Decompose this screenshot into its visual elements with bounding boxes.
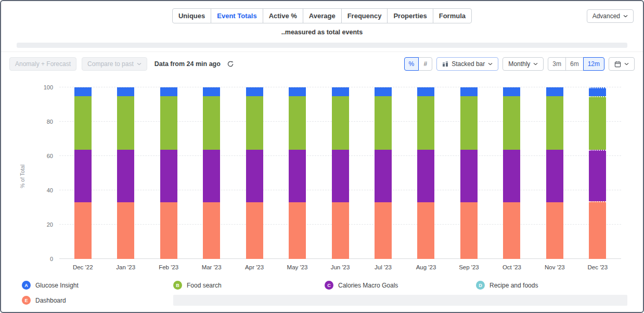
bar-segment-food-search[interactable] bbox=[160, 96, 177, 150]
bar-segment-glucose-insight[interactable] bbox=[74, 87, 92, 96]
anomaly-forecast-button[interactable]: Anomaly + Forecast bbox=[9, 57, 76, 71]
chart-type-dropdown[interactable]: Stacked bar bbox=[436, 57, 498, 71]
compare-to-past-button[interactable]: Compare to past bbox=[82, 57, 147, 71]
bar-segment-glucose-insight[interactable] bbox=[117, 87, 134, 96]
bar-segment-dashboard[interactable] bbox=[589, 201, 606, 259]
bar-segment-glucose-insight[interactable] bbox=[289, 87, 306, 96]
bar-aug-23[interactable] bbox=[417, 87, 434, 259]
bar-segment-food-search[interactable] bbox=[203, 96, 220, 150]
bar-mar-23[interactable] bbox=[203, 87, 220, 259]
bar-sep-23[interactable] bbox=[460, 87, 478, 259]
bar-segment-dashboard[interactable] bbox=[203, 202, 220, 259]
bar-segment-calories-macro-goals[interactable] bbox=[332, 150, 349, 202]
bar-segment-dashboard[interactable] bbox=[546, 202, 563, 259]
bar-segment-dashboard[interactable] bbox=[289, 202, 306, 259]
bar-segment-calories-macro-goals[interactable] bbox=[375, 150, 392, 202]
bar-segment-glucose-insight[interactable] bbox=[246, 87, 263, 96]
bar-segment-food-search[interactable] bbox=[546, 96, 563, 150]
bar-segment-glucose-insight[interactable] bbox=[417, 87, 434, 96]
bar-apr-23[interactable] bbox=[246, 87, 263, 259]
interval-dropdown[interactable]: Monthly bbox=[503, 57, 544, 71]
calendar-dropdown[interactable] bbox=[609, 57, 635, 71]
bar-segment-dashboard[interactable] bbox=[74, 202, 92, 259]
bar-oct-23[interactable] bbox=[503, 87, 520, 259]
bar-feb-23[interactable] bbox=[160, 87, 177, 259]
bar-may-23[interactable] bbox=[289, 87, 306, 259]
bar-segment-calories-macro-goals[interactable] bbox=[246, 150, 263, 202]
tab-frequency[interactable]: Frequency bbox=[341, 8, 388, 23]
header: UniquesEvent TotalsActive %AverageFreque… bbox=[1, 1, 643, 40]
bar-segment-glucose-insight[interactable] bbox=[375, 87, 392, 96]
bar-segment-glucose-insight[interactable] bbox=[160, 87, 177, 96]
tab-event-totals[interactable]: Event Totals bbox=[211, 8, 263, 23]
x-tick-label-mar-23: Mar '23 bbox=[190, 264, 233, 270]
tab-formula[interactable]: Formula bbox=[433, 8, 472, 23]
bar-dec-22[interactable] bbox=[74, 87, 92, 259]
percent-mode-button[interactable]: % bbox=[404, 57, 419, 71]
bar-segment-calories-macro-goals[interactable] bbox=[117, 150, 134, 202]
bar-nov-23[interactable] bbox=[546, 87, 563, 259]
bar-jan-23[interactable] bbox=[117, 87, 134, 259]
refresh-button[interactable] bbox=[226, 59, 235, 69]
legend-item-recipe-and-foods[interactable]: DRecipe and foods bbox=[476, 279, 627, 292]
bar-segment-dashboard[interactable] bbox=[503, 202, 520, 259]
tab-active[interactable]: Active % bbox=[263, 8, 303, 23]
bar-segment-dashboard[interactable] bbox=[417, 202, 434, 259]
bar-segment-calories-macro-goals[interactable] bbox=[203, 150, 220, 202]
bar-segment-calories-macro-goals[interactable] bbox=[546, 150, 563, 202]
bar-segment-calories-macro-goals[interactable] bbox=[160, 150, 177, 202]
bar-segment-glucose-insight[interactable] bbox=[503, 87, 520, 96]
bar-segment-food-search[interactable] bbox=[332, 96, 349, 150]
bar-segment-food-search[interactable] bbox=[503, 96, 520, 150]
interval-label: Monthly bbox=[508, 60, 530, 68]
bar-segment-calories-macro-goals[interactable] bbox=[589, 150, 606, 201]
bar-segment-calories-macro-goals[interactable] bbox=[417, 150, 434, 202]
chart-toolbar: Anomaly + Forecast Compare to past Data … bbox=[1, 52, 643, 75]
bar-segment-food-search[interactable] bbox=[417, 96, 434, 150]
legend-item-calories-macro-goals[interactable]: CCalories Macro Goals bbox=[325, 279, 476, 292]
bar-jun-23[interactable] bbox=[332, 87, 349, 259]
advanced-button[interactable]: Advanced bbox=[587, 9, 634, 23]
y-tick-label-60: 60 bbox=[47, 153, 53, 159]
bar-segment-calories-macro-goals[interactable] bbox=[289, 150, 306, 202]
bar-segment-food-search[interactable] bbox=[289, 96, 306, 150]
number-mode-button[interactable]: # bbox=[418, 57, 432, 71]
legend-item-food-search[interactable]: BFood search bbox=[173, 279, 325, 292]
range-6m-button[interactable]: 6m bbox=[565, 57, 584, 71]
data-freshness-text: Data from 24 min ago bbox=[154, 60, 221, 68]
x-tick-label-dec-22: Dec '22 bbox=[61, 264, 104, 270]
bar-segment-food-search[interactable] bbox=[375, 96, 392, 150]
bar-segment-food-search[interactable] bbox=[117, 96, 134, 150]
tab-average[interactable]: Average bbox=[303, 8, 342, 23]
bar-segment-food-search[interactable] bbox=[589, 96, 606, 150]
bar-segment-calories-macro-goals[interactable] bbox=[460, 150, 478, 202]
bar-segment-food-search[interactable] bbox=[246, 96, 263, 150]
x-tick-label-oct-23: Oct '23 bbox=[491, 264, 533, 270]
bar-segment-calories-macro-goals[interactable] bbox=[503, 150, 520, 202]
bar-jul-23[interactable] bbox=[375, 87, 392, 259]
bar-segment-dashboard[interactable] bbox=[332, 202, 349, 259]
bar-dec-23[interactable] bbox=[589, 87, 606, 259]
bar-segment-glucose-insight[interactable] bbox=[332, 87, 349, 96]
range-12m-button[interactable]: 12m bbox=[583, 57, 604, 71]
tab-properties[interactable]: Properties bbox=[387, 8, 433, 23]
y-tick-label-100: 100 bbox=[44, 84, 53, 90]
bar-segment-food-search[interactable] bbox=[460, 96, 478, 150]
bar-segment-dashboard[interactable] bbox=[460, 202, 478, 259]
bar-segment-dashboard[interactable] bbox=[246, 202, 263, 259]
bar-segment-glucose-insight[interactable] bbox=[460, 87, 478, 96]
bar-segment-calories-macro-goals[interactable] bbox=[74, 150, 92, 202]
legend-label-recipe-and-foods: Recipe and foods bbox=[490, 282, 538, 289]
bar-segment-dashboard[interactable] bbox=[375, 202, 392, 259]
legend-item-glucose-insight[interactable]: AGlucose Insight bbox=[22, 279, 173, 292]
bar-segment-dashboard[interactable] bbox=[160, 202, 177, 259]
bar-segment-dashboard[interactable] bbox=[117, 202, 134, 259]
legend-item-dashboard[interactable]: EDashboard bbox=[22, 294, 173, 307]
bar-segment-food-search[interactable] bbox=[74, 96, 92, 150]
bar-segment-glucose-insight[interactable] bbox=[589, 87, 606, 96]
tab-uniques[interactable]: Uniques bbox=[172, 8, 211, 23]
range-3m-button[interactable]: 3m bbox=[548, 57, 566, 71]
collapsed-definition-strip[interactable] bbox=[17, 43, 627, 48]
bar-segment-glucose-insight[interactable] bbox=[546, 87, 563, 96]
bar-segment-glucose-insight[interactable] bbox=[203, 87, 220, 96]
